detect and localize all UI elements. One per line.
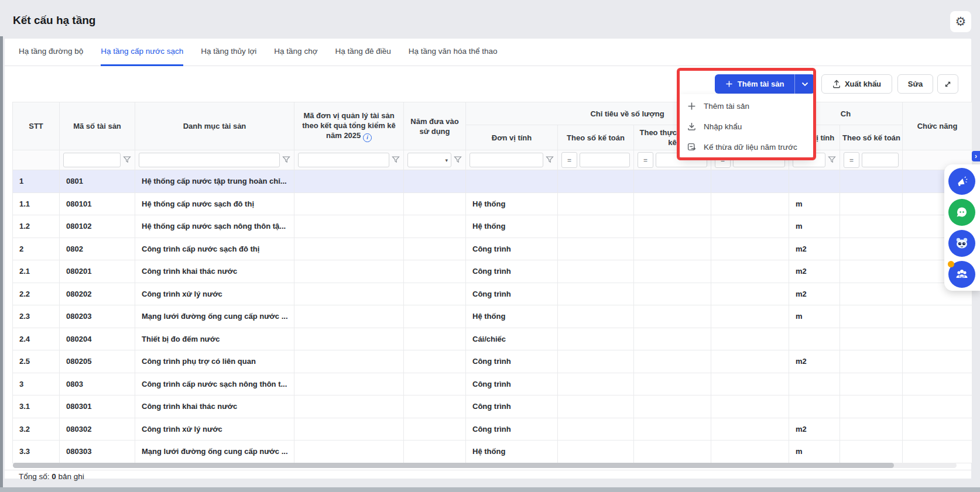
cell-actions[interactable] — [903, 328, 972, 350]
cell-asset-code[interactable]: 0801 — [60, 170, 135, 193]
horizontal-scrollbar-thumb[interactable] — [13, 463, 894, 468]
edit-button[interactable]: Sửa — [897, 74, 933, 94]
cell-asset-code[interactable]: 080205 — [60, 350, 135, 373]
cell-stt[interactable]: 1.2 — [13, 215, 60, 238]
add-asset-dropdown-toggle[interactable] — [794, 74, 815, 94]
cell-by-inventory[interactable] — [634, 192, 711, 215]
table-row[interactable]: 1.2080102Hệ thống cấp nước sạch nông thô… — [13, 215, 972, 238]
cell-mgmt-unit[interactable] — [294, 170, 404, 193]
cell-by-accounting2[interactable] — [840, 170, 903, 193]
cell-asset-code[interactable]: 080102 — [60, 215, 135, 238]
cell-by-inventory[interactable] — [634, 441, 711, 463]
cell-extra[interactable] — [711, 350, 789, 373]
cell-unit2[interactable]: m2 — [789, 238, 840, 260]
cell-by-inventory[interactable] — [634, 215, 711, 238]
announcement-fab[interactable] — [948, 168, 975, 195]
cell-unit[interactable]: Công trình — [466, 373, 558, 395]
cell-stt[interactable]: 3 — [13, 373, 60, 395]
cell-unit2[interactable]: m — [789, 215, 840, 238]
cell-by-accounting[interactable] — [558, 305, 634, 328]
col-actions[interactable]: Chức năng — [903, 102, 972, 150]
year-filter-select[interactable]: ▾ — [407, 153, 451, 167]
cell-mgmt-unit[interactable] — [294, 238, 404, 260]
cell-by-inventory[interactable] — [634, 283, 711, 305]
cell-mgmt-unit[interactable] — [294, 350, 404, 373]
cell-by-inventory[interactable] — [634, 328, 711, 350]
cell-by-accounting2[interactable] — [840, 215, 903, 238]
export-button[interactable]: Xuất khẩu — [821, 74, 892, 94]
cell-asset-code[interactable]: 0802 — [60, 238, 135, 260]
cell-by-accounting2[interactable] — [840, 350, 903, 373]
cell-mgmt-unit[interactable] — [294, 192, 404, 215]
cell-year[interactable] — [404, 395, 466, 418]
cell-by-accounting[interactable] — [558, 441, 634, 463]
cell-stt[interactable]: 3.1 — [13, 395, 60, 418]
table-row[interactable]: 3.3080303Mạng lưới đường ống cung cấp nư… — [13, 441, 972, 463]
cell-stt[interactable]: 2.5 — [13, 350, 60, 373]
cell-asset-code[interactable]: 080301 — [60, 395, 135, 418]
cell-by-accounting2[interactable] — [840, 328, 903, 350]
cell-extra[interactable] — [711, 441, 789, 463]
cell-year[interactable] — [404, 350, 466, 373]
cell-asset-category[interactable]: Thiết bị đo đếm nước — [135, 328, 294, 350]
cell-extra[interactable] — [711, 170, 789, 193]
cell-mgmt-unit[interactable] — [294, 215, 404, 238]
filter-funnel-icon[interactable] — [454, 156, 462, 164]
cell-year[interactable] — [404, 328, 466, 350]
cell-unit2[interactable] — [789, 395, 840, 418]
chat-fab[interactable] — [948, 199, 975, 226]
cell-unit[interactable]: Hệ thống — [466, 441, 558, 463]
side-panel-toggle[interactable]: › — [972, 151, 980, 161]
cell-unit[interactable]: Công trình — [466, 260, 558, 283]
cell-unit[interactable]: Công trình — [466, 418, 558, 441]
cell-stt[interactable]: 2.3 — [13, 305, 60, 328]
cell-stt[interactable]: 1.1 — [13, 192, 60, 215]
assistant-bot-fab[interactable] — [948, 230, 975, 257]
cell-unit[interactable]: Hệ thống — [466, 192, 558, 215]
cell-year[interactable] — [404, 373, 466, 395]
cell-year[interactable] — [404, 305, 466, 328]
info-icon[interactable]: i — [363, 133, 372, 142]
cell-year[interactable] — [404, 441, 466, 463]
cell-unit2[interactable] — [789, 373, 840, 395]
cell-unit[interactable]: Công trình — [466, 395, 558, 418]
cell-by-accounting2[interactable] — [840, 260, 903, 283]
table-row[interactable]: 30803Công trình cấp nước sạch nông thôn … — [13, 373, 972, 395]
cell-actions[interactable] — [903, 418, 972, 441]
cell-extra[interactable] — [711, 260, 789, 283]
cell-asset-category[interactable]: Công trình cấp nước sạch nông thôn t... — [135, 373, 294, 395]
cell-by-accounting[interactable] — [558, 283, 634, 305]
col-mgmt-unit-code[interactable]: Mã đơn vị quản lý tài sản theo kết quả t… — [294, 102, 404, 150]
cell-by-accounting[interactable] — [558, 238, 634, 260]
cell-asset-category[interactable]: Hệ thống cấp nước sạch đô thị — [135, 192, 294, 215]
cell-by-inventory[interactable] — [634, 395, 711, 418]
cell-year[interactable] — [404, 192, 466, 215]
by-accounting2-filter-input[interactable] — [862, 153, 899, 167]
cell-extra[interactable] — [711, 192, 789, 215]
cell-asset-code[interactable]: 080101 — [60, 192, 135, 215]
cell-unit2[interactable]: m2 — [789, 350, 840, 373]
table-row[interactable]: 2.4080204Thiết bị đo đếm nướcCái/chiếc — [13, 328, 972, 350]
cell-stt[interactable]: 2.2 — [13, 283, 60, 305]
cell-year[interactable] — [404, 260, 466, 283]
equals-operator[interactable]: = — [561, 152, 577, 168]
equals-operator[interactable]: = — [638, 152, 653, 168]
equals-operator[interactable]: = — [844, 152, 859, 168]
cell-by-inventory[interactable] — [634, 350, 711, 373]
cell-mgmt-unit[interactable] — [294, 395, 404, 418]
unit-filter-input[interactable] — [470, 153, 543, 167]
cell-stt[interactable]: 2 — [13, 238, 60, 260]
cell-mgmt-unit[interactable] — [294, 373, 404, 395]
cell-stt[interactable]: 1 — [13, 170, 60, 193]
tab-ha-tang-de-dieu[interactable]: Hạ tầng đê điều — [335, 39, 391, 66]
cell-asset-category[interactable]: Công trình khai thác nước — [135, 395, 294, 418]
cell-asset-code[interactable]: 080204 — [60, 328, 135, 350]
table-row[interactable]: 20802Công trình cấp nước sạch đô thịCông… — [13, 238, 972, 260]
horizontal-scrollbar[interactable] — [13, 463, 957, 468]
cell-by-inventory[interactable] — [634, 260, 711, 283]
cell-unit[interactable]: Công trình — [466, 238, 558, 260]
cell-by-accounting2[interactable] — [840, 283, 903, 305]
filter-funnel-icon[interactable] — [828, 156, 836, 164]
col-stt[interactable]: STT — [13, 102, 60, 150]
cell-year[interactable] — [404, 418, 466, 441]
